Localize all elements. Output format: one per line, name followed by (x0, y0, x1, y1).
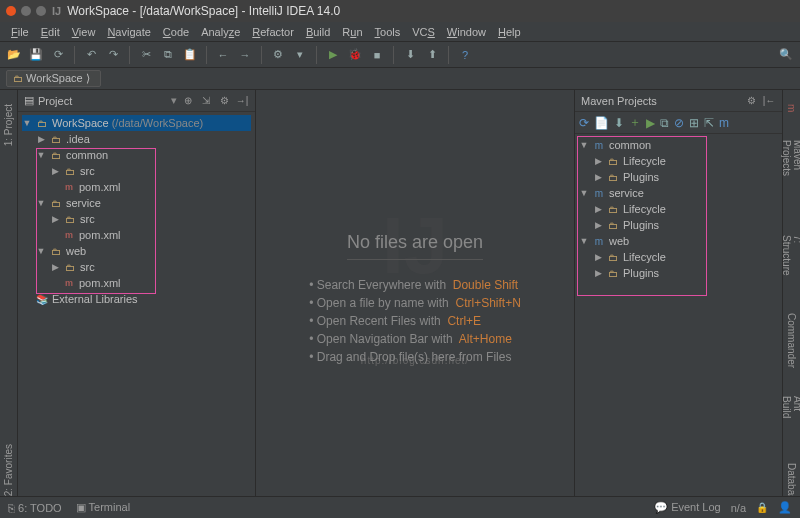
menu-view[interactable]: View (67, 24, 101, 40)
search-icon[interactable]: 🔍 (778, 47, 794, 63)
hide-icon[interactable]: |← (762, 94, 776, 108)
menu-navigate[interactable]: Navigate (102, 24, 155, 40)
breadcrumb[interactable]: 🗀 WorkSpace ⟩ (6, 70, 101, 87)
undo-icon[interactable]: ↶ (83, 47, 99, 63)
back-icon[interactable]: ← (215, 47, 231, 63)
tab-project[interactable]: 1: Project (2, 100, 15, 150)
expand-icon[interactable]: ▼ (36, 246, 46, 256)
maximize-button[interactable] (36, 6, 46, 16)
expand-icon[interactable]: ▼ (36, 150, 46, 160)
tree-item-extlibs[interactable]: 📚 External Libraries (22, 291, 251, 307)
cut-icon[interactable]: ✂ (138, 47, 154, 63)
download-icon[interactable]: ⬇ (614, 116, 624, 130)
tab-maven[interactable]: m (785, 100, 798, 116)
tab-commander[interactable]: Commander (785, 309, 798, 372)
tree-item-src[interactable]: ▶ 🗀 src (22, 259, 251, 275)
menu-analyze[interactable]: Analyze (196, 24, 245, 40)
forward-icon[interactable]: → (237, 47, 253, 63)
run-icon[interactable]: ▶ (646, 116, 655, 130)
lock-icon[interactable]: 🔒 (756, 502, 768, 513)
toggle-icon[interactable]: ⊘ (674, 116, 684, 130)
menu-build[interactable]: Build (301, 24, 335, 40)
expand-icon[interactable]: ▼ (579, 140, 589, 150)
expand-icon[interactable]: ▶ (593, 252, 603, 262)
expand-icon[interactable]: ▶ (593, 156, 603, 166)
redo-icon[interactable]: ↷ (105, 47, 121, 63)
tree-item-src[interactable]: ▶ 🗀 src (22, 211, 251, 227)
expand-icon[interactable]: ▶ (593, 204, 603, 214)
maven-lifecycle[interactable]: ▶ 🗀 Lifecycle (579, 153, 778, 169)
reimport-icon[interactable]: ⟳ (579, 116, 589, 130)
menu-window[interactable]: Window (442, 24, 491, 40)
expand-icon[interactable]: ▶ (593, 220, 603, 230)
save-icon[interactable]: 💾 (28, 47, 44, 63)
tree-item-pom[interactable]: m pom.xml (22, 179, 251, 195)
status-terminal[interactable]: ▣ Terminal (76, 501, 130, 514)
tree-item-pom[interactable]: m pom.xml (22, 275, 251, 291)
expand-icon[interactable]: ▼ (579, 236, 589, 246)
open-icon[interactable]: 📂 (6, 47, 22, 63)
maven-tree[interactable]: ▼ m common ▶ 🗀 Lifecycle ▶ 🗀 Plugins ▼ m… (575, 134, 782, 284)
tree-item-pom[interactable]: m pom.xml (22, 227, 251, 243)
expand-icon[interactable]: ▶ (593, 172, 603, 182)
vcs-icon[interactable]: ⬇ (402, 47, 418, 63)
collapse-icon[interactable]: ⇱ (704, 116, 714, 130)
tree-root[interactable]: ▼ 🗀 WorkSpace (/data/WorkSpace) (22, 115, 251, 131)
status-hector-icon[interactable]: 👤 (778, 501, 792, 514)
debug-icon[interactable]: 🐞 (347, 47, 363, 63)
tab-structure[interactable]: 7: Structure (780, 231, 801, 289)
help-icon[interactable]: ? (457, 47, 473, 63)
maven-plugins[interactable]: ▶ 🗀 Plugins (579, 217, 778, 233)
settings-icon[interactable]: ⚙ (744, 94, 758, 108)
hide-icon[interactable]: →| (235, 94, 249, 108)
expand-icon[interactable]: ▶ (593, 268, 603, 278)
maven-lifecycle[interactable]: ▶ 🗀 Lifecycle (579, 249, 778, 265)
tree-item-common[interactable]: ▼ 🗀 common (22, 147, 251, 163)
tree-item-service[interactable]: ▼ 🗀 service (22, 195, 251, 211)
run-icon[interactable]: ▶ (325, 47, 341, 63)
make-icon[interactable]: ⚙ (270, 47, 286, 63)
close-button[interactable] (6, 6, 16, 16)
menu-code[interactable]: Code (158, 24, 194, 40)
config-icon[interactable]: ▾ (292, 47, 308, 63)
tab-favorites[interactable]: 2: Favorites (2, 440, 15, 500)
maven-plugins[interactable]: ▶ 🗀 Plugins (579, 265, 778, 281)
generate-icon[interactable]: 📄 (594, 116, 609, 130)
execute-icon[interactable]: ⧉ (660, 116, 669, 130)
menu-refactor[interactable]: Refactor (247, 24, 299, 40)
tree-item-idea[interactable]: ▶ 🗀 .idea (22, 131, 251, 147)
expand-icon[interactable]: ▶ (50, 214, 60, 224)
expand-icon[interactable]: ▼ (22, 118, 32, 128)
maven-module-common[interactable]: ▼ m common (579, 137, 778, 153)
copy-icon[interactable]: ⧉ (160, 47, 176, 63)
maven-settings-icon[interactable]: m (719, 116, 729, 130)
expand-icon[interactable]: ▼ (579, 188, 589, 198)
menu-help[interactable]: Help (493, 24, 526, 40)
tree-item-src[interactable]: ▶ 🗀 src (22, 163, 251, 179)
menu-tools[interactable]: Tools (370, 24, 406, 40)
tab-antbuild[interactable]: Ant Build (780, 392, 801, 439)
show-deps-icon[interactable]: ⊞ (689, 116, 699, 130)
menu-edit[interactable]: Edit (36, 24, 65, 40)
expand-icon[interactable]: ▶ (50, 262, 60, 272)
add-icon[interactable]: ＋ (629, 114, 641, 131)
project-tree[interactable]: ▼ 🗀 WorkSpace (/data/WorkSpace) ▶ 🗀 .ide… (18, 112, 255, 310)
status-eventlog[interactable]: 💬 Event Log (654, 501, 721, 514)
status-todo[interactable]: ⎘ 6: TODO (8, 502, 62, 514)
tab-maven-projects[interactable]: Maven Projects (780, 136, 801, 211)
stop-icon[interactable]: ■ (369, 47, 385, 63)
vcs-commit-icon[interactable]: ⬆ (424, 47, 440, 63)
tree-item-web[interactable]: ▼ 🗀 web (22, 243, 251, 259)
sync-icon[interactable]: ⟳ (50, 47, 66, 63)
minimize-button[interactable] (21, 6, 31, 16)
maven-lifecycle[interactable]: ▶ 🗀 Lifecycle (579, 201, 778, 217)
collapse-icon[interactable]: ⇲ (199, 94, 213, 108)
settings-icon[interactable]: ⚙ (217, 94, 231, 108)
maven-plugins[interactable]: ▶ 🗀 Plugins (579, 169, 778, 185)
menu-run[interactable]: Run (337, 24, 367, 40)
menu-vcs[interactable]: VCS (407, 24, 440, 40)
maven-module-web[interactable]: ▼ m web (579, 233, 778, 249)
paste-icon[interactable]: 📋 (182, 47, 198, 63)
expand-icon[interactable]: ▶ (36, 134, 46, 144)
expand-icon[interactable]: ▼ (36, 198, 46, 208)
